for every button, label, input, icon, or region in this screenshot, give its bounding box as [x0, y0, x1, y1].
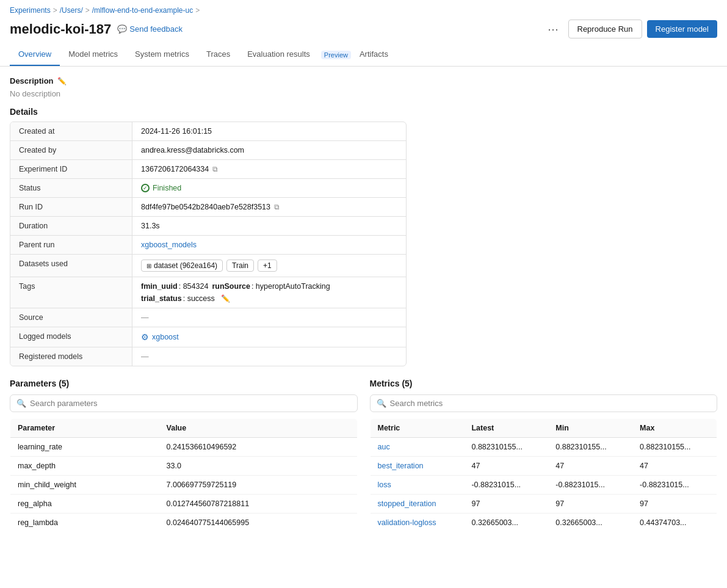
tab-traces[interactable]: Traces: [198, 43, 239, 66]
details-row-source: Source —: [10, 308, 406, 327]
tab-bar: Overview Model metrics System metrics Tr…: [0, 43, 727, 67]
metric-latest: -0.88231015...: [464, 476, 548, 495]
parameters-table: Parameter Value learning_rate0.241536610…: [10, 418, 358, 532]
metric-min: 0.32665003...: [548, 514, 632, 532]
details-row-created-by: Created by andrea.kress@databricks.com: [10, 141, 406, 160]
dataset-train-badge: Train: [226, 260, 254, 272]
dataset-name: dataset (962ea164): [154, 261, 217, 270]
tag-fmin-uuid: fmin_uuid : 854324: [141, 282, 208, 291]
param-value: 33.0: [159, 457, 357, 476]
created-at-value: 2024-11-26 16:01:15: [141, 127, 212, 136]
feedback-icon: 💬: [117, 24, 127, 34]
dataset-badge[interactable]: ⊞ dataset (962ea164): [141, 260, 223, 272]
metric-max: 0.44374703...: [632, 514, 717, 532]
register-model-button[interactable]: Register model: [647, 20, 717, 38]
send-feedback-button[interactable]: 💬 Send feedback: [117, 24, 183, 34]
tag-runsource: runSource : hyperoptAutoTracking: [212, 282, 330, 291]
metric-latest: 0.882310155...: [464, 438, 548, 457]
more-options-button[interactable]: ⋯: [543, 20, 563, 38]
description-value: No description: [10, 89, 717, 98]
metric-name[interactable]: stopped_iteration: [370, 495, 464, 514]
tags-edit-icon[interactable]: ✏️: [221, 294, 230, 303]
param-name: reg_lambda: [10, 514, 159, 532]
metrics-table: Metric Latest Min Max auc0.882310155...0…: [370, 418, 718, 532]
table-row: stopped_iteration979797: [370, 495, 717, 514]
breadcrumb-path[interactable]: /mlflow-end-to-end-example-uc: [92, 6, 193, 15]
details-row-duration: Duration 31.3s: [10, 217, 406, 236]
tab-artifacts[interactable]: Artifacts: [351, 43, 397, 66]
param-name: min_child_weight: [10, 476, 159, 495]
breadcrumb-experiments[interactable]: Experiments: [10, 6, 51, 15]
details-row-experiment-id: Experiment ID 1367206172064334 ⧉: [10, 160, 406, 179]
status-text: Finished: [153, 184, 181, 192]
table-row: loss-0.88231015...-0.88231015...-0.88231…: [370, 476, 717, 495]
param-value: 0.012744560787218811: [159, 495, 357, 514]
metrics-search-icon: 🔍: [377, 399, 386, 408]
tags-container: fmin_uuid : 854324 runSource : hyperoptA…: [141, 282, 397, 303]
description-edit-icon[interactable]: ✏️: [57, 77, 67, 85]
parameters-title: Parameters (5): [10, 379, 358, 388]
param-col-header: Parameter: [10, 419, 159, 438]
param-value: 0.024640775144065995: [159, 514, 357, 532]
max-col-header: Max: [632, 419, 717, 438]
details-row-registered-models: Registered models —: [10, 347, 406, 366]
metric-latest: 47: [464, 457, 548, 476]
details-title: Details: [10, 107, 717, 117]
latest-col-header: Latest: [464, 419, 548, 438]
details-row-created-at: Created at 2024-11-26 16:01:15: [10, 122, 406, 141]
dataset-extra-badge[interactable]: +1: [258, 260, 277, 272]
breadcrumb: Experiments > /Users/ > /mlflow-end-to-e…: [0, 0, 727, 17]
metric-name[interactable]: loss: [370, 476, 464, 495]
metric-min: -0.88231015...: [548, 476, 632, 495]
logged-model-link[interactable]: ⚙ xgboost: [141, 332, 179, 342]
parent-run-link[interactable]: xgboost_models: [141, 241, 197, 249]
metric-max: 0.882310155...: [632, 438, 717, 457]
reproduce-run-button[interactable]: Reproduce Run: [568, 20, 642, 38]
details-section: Details Created at 2024-11-26 16:01:15 C…: [10, 107, 717, 366]
metric-latest: 97: [464, 495, 548, 514]
table-row: reg_lambda0.024640775144065995: [10, 514, 358, 532]
experiment-id-value: 1367206172064334: [141, 165, 209, 173]
page-title: melodic-koi-187: [10, 21, 111, 37]
metrics-section: Metrics (5) 🔍 Metric Latest Min Max auc0…: [370, 379, 718, 532]
parameters-search-input[interactable]: [30, 399, 351, 408]
dataset-icon: ⊞: [146, 263, 151, 269]
tab-model-metrics[interactable]: Model metrics: [60, 43, 126, 66]
metrics-title: Metrics (5): [370, 379, 718, 388]
details-row-tags: Tags fmin_uuid : 854324 runSource : hype…: [10, 277, 406, 308]
source-value: —: [141, 313, 149, 322]
details-row-run-id: Run ID 8df4fe97be0542b2840aeb7e528f3513 …: [10, 198, 406, 217]
experiment-id-copy-icon[interactable]: ⧉: [212, 165, 218, 173]
table-row: min_child_weight7.006697759725119: [10, 476, 358, 495]
metrics-search-box[interactable]: 🔍: [370, 394, 718, 412]
run-id-copy-icon[interactable]: ⧉: [274, 203, 280, 211]
bottom-sections: Parameters (5) 🔍 Parameter Value learnin…: [10, 379, 717, 532]
created-by-value: andrea.kress@databricks.com: [141, 146, 244, 154]
tab-evaluation-results[interactable]: Evaluation results: [239, 43, 319, 66]
metric-max: 47: [632, 457, 717, 476]
param-name: learning_rate: [10, 438, 159, 457]
param-value: 0.241536610496592: [159, 438, 357, 457]
tag-trial-status: trial_status : success: [141, 294, 215, 303]
breadcrumb-users[interactable]: /Users/: [60, 6, 83, 15]
status-icon: [141, 184, 150, 192]
parameters-table-header: Parameter Value: [10, 419, 358, 438]
metrics-search-input[interactable]: [390, 399, 711, 408]
model-icon: ⚙: [141, 332, 149, 342]
registered-models-value: —: [141, 352, 149, 361]
run-id-value: 8df4fe97be0542b2840aeb7e528f3513: [141, 203, 270, 211]
metric-name[interactable]: best_iteration: [370, 457, 464, 476]
tab-overview[interactable]: Overview: [10, 43, 60, 66]
table-row: reg_alpha0.012744560787218811: [10, 495, 358, 514]
param-value: 7.006697759725119: [159, 476, 357, 495]
tab-system-metrics[interactable]: System metrics: [126, 43, 198, 66]
details-row-logged-models: Logged models ⚙ xgboost: [10, 327, 406, 347]
metric-col-header: Metric: [370, 419, 464, 438]
metric-name[interactable]: validation-logloss: [370, 514, 464, 532]
table-row: validation-logloss0.32665003...0.3266500…: [370, 514, 717, 532]
parameters-section: Parameters (5) 🔍 Parameter Value learnin…: [10, 379, 358, 532]
details-row-datasets: Datasets used ⊞ dataset (962ea164) Train…: [10, 255, 406, 277]
page-header: melodic-koi-187 💬 Send feedback ⋯ Reprod…: [0, 17, 727, 43]
metric-name[interactable]: auc: [370, 438, 464, 457]
parameters-search-box[interactable]: 🔍: [10, 394, 358, 412]
